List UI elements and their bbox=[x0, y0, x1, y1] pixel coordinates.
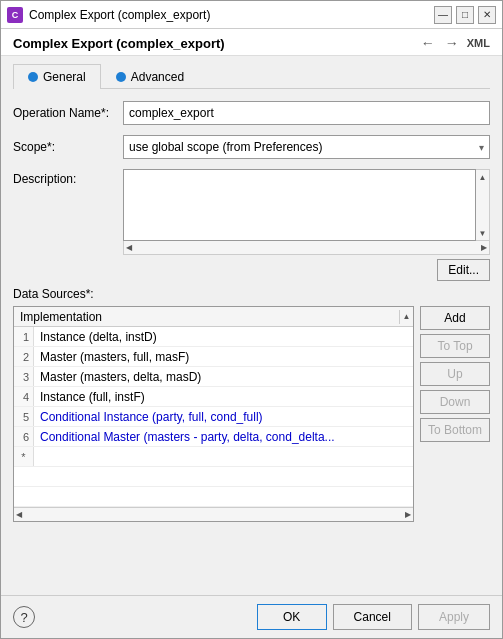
row-num-5: 5 bbox=[14, 407, 34, 426]
help-button[interactable]: ? bbox=[13, 606, 35, 628]
scroll-down-arrow[interactable]: ▼ bbox=[477, 226, 489, 240]
scope-control: use global scope (from Preferences) ▾ bbox=[123, 135, 490, 159]
table-row[interactable]: 1 Instance (delta, instD) bbox=[14, 327, 413, 347]
side-buttons: Add To Top Up Down To Bottom bbox=[420, 306, 490, 522]
table-row-empty-2 bbox=[14, 487, 413, 507]
dialog-title: Complex Export (complex_export) bbox=[13, 36, 225, 51]
scope-label: Scope*: bbox=[13, 140, 123, 154]
xml-label: XML bbox=[467, 37, 490, 49]
table-scroll-up[interactable]: ▲ bbox=[401, 310, 413, 324]
description-label: Description: bbox=[13, 169, 123, 186]
apply-button[interactable]: Apply bbox=[418, 604, 490, 630]
row-num-2: 2 bbox=[14, 347, 34, 366]
cancel-button[interactable]: Cancel bbox=[333, 604, 412, 630]
edit-button[interactable]: Edit... bbox=[437, 259, 490, 281]
tab-general-label: General bbox=[43, 70, 86, 84]
tab-advanced[interactable]: Advanced bbox=[101, 64, 199, 89]
row-text-3: Master (masters, delta, masD) bbox=[34, 370, 207, 384]
table-header-text: Implementation bbox=[14, 308, 399, 326]
table-header: Implementation ▲ bbox=[14, 307, 413, 327]
table-header-scrollbar: ▲ bbox=[399, 310, 413, 324]
footer-left: ? bbox=[13, 606, 35, 628]
header-actions: ← → XML bbox=[419, 35, 490, 51]
ok-button[interactable]: OK bbox=[257, 604, 327, 630]
description-area-wrapper: ▲ ▼ ◀ ▶ Edit... bbox=[123, 169, 490, 281]
scroll-right-arrow[interactable]: ▶ bbox=[481, 243, 487, 252]
tab-general[interactable]: General bbox=[13, 64, 101, 89]
footer: ? OK Cancel Apply bbox=[1, 595, 502, 638]
footer-right: OK Cancel Apply bbox=[257, 604, 490, 630]
maximize-button[interactable]: □ bbox=[456, 6, 474, 24]
title-bar-text: Complex Export (complex_export) bbox=[29, 8, 434, 22]
close-button[interactable]: ✕ bbox=[478, 6, 496, 24]
operation-name-row: Operation Name*: bbox=[13, 101, 490, 125]
data-sources-label: Data Sources*: bbox=[13, 287, 490, 301]
minimize-button[interactable]: — bbox=[434, 6, 452, 24]
tabs: General Advanced bbox=[13, 64, 490, 89]
tab-advanced-dot bbox=[116, 72, 126, 82]
row-text-2: Master (masters, full, masF) bbox=[34, 350, 195, 364]
scope-select[interactable]: use global scope (from Preferences) bbox=[123, 135, 490, 159]
row-num-1: 1 bbox=[14, 327, 34, 346]
forward-button[interactable]: → bbox=[443, 35, 461, 51]
table-row-empty-1 bbox=[14, 467, 413, 487]
title-bar-controls: — □ ✕ bbox=[434, 6, 496, 24]
main-window: C Complex Export (complex_export) — □ ✕ … bbox=[0, 0, 503, 639]
table-row-star[interactable]: * bbox=[14, 447, 413, 467]
table-scroll-left[interactable]: ◀ bbox=[16, 510, 22, 519]
description-textarea-container: ▲ ▼ bbox=[123, 169, 490, 241]
description-hscrollbar[interactable]: ◀ ▶ bbox=[123, 241, 490, 255]
down-button[interactable]: Down bbox=[420, 390, 490, 414]
table-row[interactable]: 2 Master (masters, full, masF) bbox=[14, 347, 413, 367]
to-bottom-button[interactable]: To Bottom bbox=[420, 418, 490, 442]
content-area: General Advanced Operation Name*: Scope*… bbox=[1, 56, 502, 595]
data-sources-section: Implementation ▲ 1 Instance (delta, inst… bbox=[13, 306, 490, 522]
scope-row: Scope*: use global scope (from Preferenc… bbox=[13, 135, 490, 159]
row-text-5: Conditional Instance (party, full, cond_… bbox=[34, 410, 269, 424]
add-button[interactable]: Add bbox=[420, 306, 490, 330]
tab-advanced-label: Advanced bbox=[131, 70, 184, 84]
table-row[interactable]: 4 Instance (full, instF) bbox=[14, 387, 413, 407]
description-textarea[interactable] bbox=[123, 169, 476, 241]
row-text-4: Instance (full, instF) bbox=[34, 390, 151, 404]
table-rows: 1 Instance (delta, instD) 2 Master (mast… bbox=[14, 327, 413, 507]
edit-button-wrapper: Edit... bbox=[437, 259, 490, 281]
table-row[interactable]: 3 Master (masters, delta, masD) bbox=[14, 367, 413, 387]
table-scroll-right[interactable]: ▶ bbox=[405, 510, 411, 519]
row-text-1: Instance (delta, instD) bbox=[34, 330, 163, 344]
to-top-button[interactable]: To Top bbox=[420, 334, 490, 358]
row-num-3: 3 bbox=[14, 367, 34, 386]
operation-name-input[interactable] bbox=[123, 101, 490, 125]
row-text-6: Conditional Master (masters - party, del… bbox=[34, 430, 341, 444]
operation-name-label: Operation Name*: bbox=[13, 106, 123, 120]
tab-general-dot bbox=[28, 72, 38, 82]
table-hscrollbar[interactable]: ◀ ▶ bbox=[14, 507, 413, 521]
row-star: * bbox=[14, 447, 34, 466]
table-row[interactable]: 6 Conditional Master (masters - party, d… bbox=[14, 427, 413, 447]
back-button[interactable]: ← bbox=[419, 35, 437, 51]
scroll-up-arrow[interactable]: ▲ bbox=[477, 170, 489, 184]
scroll-left-arrow[interactable]: ◀ bbox=[126, 243, 132, 252]
description-vscrollbar[interactable]: ▲ ▼ bbox=[476, 169, 490, 241]
app-icon: C bbox=[7, 7, 23, 23]
operation-name-control bbox=[123, 101, 490, 125]
row-num-4: 4 bbox=[14, 387, 34, 406]
description-row: Description: ▲ ▼ ◀ ▶ Edit... bbox=[13, 169, 490, 281]
dialog-header: Complex Export (complex_export) ← → XML bbox=[1, 29, 502, 56]
row-num-6: 6 bbox=[14, 427, 34, 446]
data-table: Implementation ▲ 1 Instance (delta, inst… bbox=[13, 306, 414, 522]
up-button[interactable]: Up bbox=[420, 362, 490, 386]
title-bar: C Complex Export (complex_export) — □ ✕ bbox=[1, 1, 502, 29]
table-row[interactable]: 5 Conditional Instance (party, full, con… bbox=[14, 407, 413, 427]
